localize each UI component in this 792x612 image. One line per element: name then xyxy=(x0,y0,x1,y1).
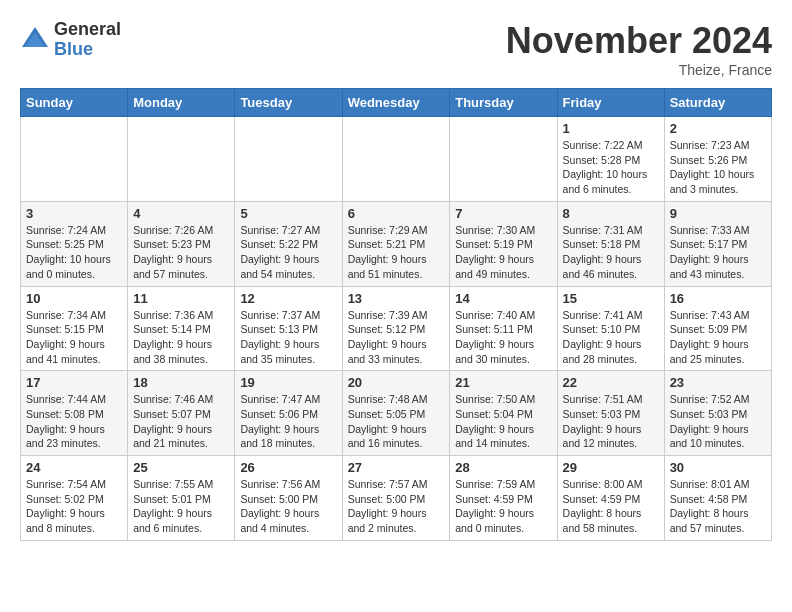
day-info: Sunrise: 7:48 AMSunset: 5:05 PMDaylight:… xyxy=(348,392,445,451)
calendar-table: SundayMondayTuesdayWednesdayThursdayFrid… xyxy=(20,88,772,541)
day-info: Sunrise: 7:44 AMSunset: 5:08 PMDaylight:… xyxy=(26,392,122,451)
calendar-cell: 22Sunrise: 7:51 AMSunset: 5:03 PMDayligh… xyxy=(557,371,664,456)
calendar-cell: 18Sunrise: 7:46 AMSunset: 5:07 PMDayligh… xyxy=(128,371,235,456)
calendar-cell: 5Sunrise: 7:27 AMSunset: 5:22 PMDaylight… xyxy=(235,201,342,286)
weekday-header: Tuesday xyxy=(235,89,342,117)
day-info: Sunrise: 7:33 AMSunset: 5:17 PMDaylight:… xyxy=(670,223,766,282)
calendar-cell xyxy=(21,117,128,202)
day-number: 16 xyxy=(670,291,766,306)
calendar-cell: 25Sunrise: 7:55 AMSunset: 5:01 PMDayligh… xyxy=(128,456,235,541)
calendar-cell: 13Sunrise: 7:39 AMSunset: 5:12 PMDayligh… xyxy=(342,286,450,371)
day-number: 29 xyxy=(563,460,659,475)
day-info: Sunrise: 7:55 AMSunset: 5:01 PMDaylight:… xyxy=(133,477,229,536)
calendar-week-row: 10Sunrise: 7:34 AMSunset: 5:15 PMDayligh… xyxy=(21,286,772,371)
day-number: 18 xyxy=(133,375,229,390)
day-number: 5 xyxy=(240,206,336,221)
calendar-cell: 8Sunrise: 7:31 AMSunset: 5:18 PMDaylight… xyxy=(557,201,664,286)
calendar-cell: 23Sunrise: 7:52 AMSunset: 5:03 PMDayligh… xyxy=(664,371,771,456)
day-number: 17 xyxy=(26,375,122,390)
calendar-cell: 9Sunrise: 7:33 AMSunset: 5:17 PMDaylight… xyxy=(664,201,771,286)
day-number: 10 xyxy=(26,291,122,306)
calendar-cell: 12Sunrise: 7:37 AMSunset: 5:13 PMDayligh… xyxy=(235,286,342,371)
calendar-cell xyxy=(235,117,342,202)
calendar-cell: 24Sunrise: 7:54 AMSunset: 5:02 PMDayligh… xyxy=(21,456,128,541)
calendar-cell: 29Sunrise: 8:00 AMSunset: 4:59 PMDayligh… xyxy=(557,456,664,541)
weekday-header: Thursday xyxy=(450,89,557,117)
calendar-week-row: 1Sunrise: 7:22 AMSunset: 5:28 PMDaylight… xyxy=(21,117,772,202)
day-number: 24 xyxy=(26,460,122,475)
day-number: 13 xyxy=(348,291,445,306)
calendar-cell: 10Sunrise: 7:34 AMSunset: 5:15 PMDayligh… xyxy=(21,286,128,371)
calendar-cell: 20Sunrise: 7:48 AMSunset: 5:05 PMDayligh… xyxy=(342,371,450,456)
day-info: Sunrise: 7:40 AMSunset: 5:11 PMDaylight:… xyxy=(455,308,551,367)
day-info: Sunrise: 7:34 AMSunset: 5:15 PMDaylight:… xyxy=(26,308,122,367)
day-info: Sunrise: 7:39 AMSunset: 5:12 PMDaylight:… xyxy=(348,308,445,367)
weekday-header: Friday xyxy=(557,89,664,117)
calendar-cell xyxy=(342,117,450,202)
day-number: 22 xyxy=(563,375,659,390)
calendar-week-row: 24Sunrise: 7:54 AMSunset: 5:02 PMDayligh… xyxy=(21,456,772,541)
day-info: Sunrise: 7:22 AMSunset: 5:28 PMDaylight:… xyxy=(563,138,659,197)
day-number: 28 xyxy=(455,460,551,475)
day-number: 2 xyxy=(670,121,766,136)
day-info: Sunrise: 7:41 AMSunset: 5:10 PMDaylight:… xyxy=(563,308,659,367)
day-number: 23 xyxy=(670,375,766,390)
calendar-cell xyxy=(450,117,557,202)
day-info: Sunrise: 7:26 AMSunset: 5:23 PMDaylight:… xyxy=(133,223,229,282)
day-info: Sunrise: 7:52 AMSunset: 5:03 PMDaylight:… xyxy=(670,392,766,451)
day-info: Sunrise: 7:56 AMSunset: 5:00 PMDaylight:… xyxy=(240,477,336,536)
day-info: Sunrise: 7:27 AMSunset: 5:22 PMDaylight:… xyxy=(240,223,336,282)
day-number: 20 xyxy=(348,375,445,390)
calendar-cell: 2Sunrise: 7:23 AMSunset: 5:26 PMDaylight… xyxy=(664,117,771,202)
day-number: 11 xyxy=(133,291,229,306)
logo-icon xyxy=(20,25,50,55)
calendar-cell: 17Sunrise: 7:44 AMSunset: 5:08 PMDayligh… xyxy=(21,371,128,456)
calendar-cell: 1Sunrise: 7:22 AMSunset: 5:28 PMDaylight… xyxy=(557,117,664,202)
day-number: 19 xyxy=(240,375,336,390)
day-number: 12 xyxy=(240,291,336,306)
calendar-cell xyxy=(128,117,235,202)
logo-general: General xyxy=(54,20,121,40)
day-number: 8 xyxy=(563,206,659,221)
day-info: Sunrise: 7:24 AMSunset: 5:25 PMDaylight:… xyxy=(26,223,122,282)
day-info: Sunrise: 7:29 AMSunset: 5:21 PMDaylight:… xyxy=(348,223,445,282)
logo-text: General Blue xyxy=(54,20,121,60)
weekday-header: Saturday xyxy=(664,89,771,117)
day-number: 15 xyxy=(563,291,659,306)
calendar-cell: 21Sunrise: 7:50 AMSunset: 5:04 PMDayligh… xyxy=(450,371,557,456)
logo: General Blue xyxy=(20,20,121,60)
location: Theize, France xyxy=(506,62,772,78)
day-info: Sunrise: 7:37 AMSunset: 5:13 PMDaylight:… xyxy=(240,308,336,367)
day-info: Sunrise: 8:01 AMSunset: 4:58 PMDaylight:… xyxy=(670,477,766,536)
title-area: November 2024 Theize, France xyxy=(506,20,772,78)
day-number: 3 xyxy=(26,206,122,221)
day-info: Sunrise: 7:57 AMSunset: 5:00 PMDaylight:… xyxy=(348,477,445,536)
day-info: Sunrise: 7:50 AMSunset: 5:04 PMDaylight:… xyxy=(455,392,551,451)
day-number: 1 xyxy=(563,121,659,136)
day-info: Sunrise: 8:00 AMSunset: 4:59 PMDaylight:… xyxy=(563,477,659,536)
calendar-cell: 15Sunrise: 7:41 AMSunset: 5:10 PMDayligh… xyxy=(557,286,664,371)
logo-blue: Blue xyxy=(54,40,121,60)
day-info: Sunrise: 7:47 AMSunset: 5:06 PMDaylight:… xyxy=(240,392,336,451)
calendar-cell: 11Sunrise: 7:36 AMSunset: 5:14 PMDayligh… xyxy=(128,286,235,371)
calendar-cell: 3Sunrise: 7:24 AMSunset: 5:25 PMDaylight… xyxy=(21,201,128,286)
calendar-cell: 4Sunrise: 7:26 AMSunset: 5:23 PMDaylight… xyxy=(128,201,235,286)
page-header: General Blue November 2024 Theize, Franc… xyxy=(20,20,772,78)
day-info: Sunrise: 7:30 AMSunset: 5:19 PMDaylight:… xyxy=(455,223,551,282)
day-number: 7 xyxy=(455,206,551,221)
weekday-header: Wednesday xyxy=(342,89,450,117)
calendar-cell: 30Sunrise: 8:01 AMSunset: 4:58 PMDayligh… xyxy=(664,456,771,541)
day-number: 6 xyxy=(348,206,445,221)
calendar-cell: 16Sunrise: 7:43 AMSunset: 5:09 PMDayligh… xyxy=(664,286,771,371)
day-number: 9 xyxy=(670,206,766,221)
day-info: Sunrise: 7:36 AMSunset: 5:14 PMDaylight:… xyxy=(133,308,229,367)
day-number: 21 xyxy=(455,375,551,390)
day-number: 26 xyxy=(240,460,336,475)
day-info: Sunrise: 7:54 AMSunset: 5:02 PMDaylight:… xyxy=(26,477,122,536)
day-info: Sunrise: 7:31 AMSunset: 5:18 PMDaylight:… xyxy=(563,223,659,282)
month-title: November 2024 xyxy=(506,20,772,62)
calendar-cell: 27Sunrise: 7:57 AMSunset: 5:00 PMDayligh… xyxy=(342,456,450,541)
day-number: 30 xyxy=(670,460,766,475)
day-info: Sunrise: 7:51 AMSunset: 5:03 PMDaylight:… xyxy=(563,392,659,451)
day-number: 25 xyxy=(133,460,229,475)
